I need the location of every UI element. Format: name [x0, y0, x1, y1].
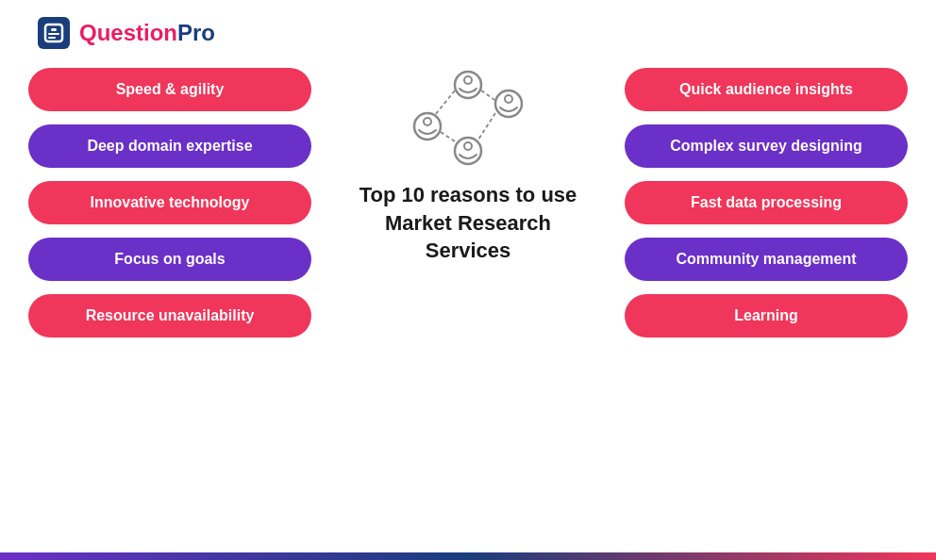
pill-resource-unavailability[interactable]: Resource unavailability — [28, 294, 311, 338]
logo-area: QuestionPro — [0, 0, 936, 58]
pill-focus-goals[interactable]: Focus on goals — [28, 238, 311, 281]
svg-point-11 — [464, 142, 472, 150]
left-column: Speed & agility Deep domain expertise In… — [28, 68, 311, 338]
svg-point-9 — [505, 95, 512, 103]
svg-line-13 — [481, 91, 497, 102]
svg-line-14 — [441, 132, 458, 143]
pill-innovative-tech[interactable]: Innovative technology — [28, 181, 311, 224]
pill-complex-survey[interactable]: Complex survey designing — [625, 124, 908, 168]
pill-quick-audience[interactable]: Quick audience insights — [625, 68, 908, 111]
pill-fast-data[interactable]: Fast data processing — [625, 181, 908, 224]
main-content: Speed & agility Deep domain expertise In… — [0, 58, 936, 338]
svg-line-15 — [478, 113, 495, 140]
svg-point-7 — [424, 118, 431, 125]
svg-rect-1 — [51, 28, 57, 31]
pill-community-mgmt[interactable]: Community management — [625, 238, 908, 281]
pill-speed-agility[interactable]: Speed & agility — [28, 68, 311, 111]
network-icon — [407, 68, 529, 172]
svg-line-12 — [435, 91, 455, 115]
bottom-bar — [0, 552, 936, 560]
svg-rect-3 — [48, 37, 56, 39]
pill-learning[interactable]: Learning — [625, 294, 908, 338]
svg-point-5 — [464, 76, 472, 84]
svg-rect-2 — [48, 33, 59, 35]
right-column: Quick audience insights Complex survey d… — [625, 68, 908, 338]
logo-text: QuestionPro — [79, 20, 215, 46]
pill-deep-domain[interactable]: Deep domain expertise — [28, 124, 311, 168]
center-column: Top 10 reasons to use Market Research Se… — [345, 68, 591, 265]
logo-icon — [38, 17, 70, 49]
center-title: Top 10 reasons to use Market Research Se… — [345, 181, 591, 265]
